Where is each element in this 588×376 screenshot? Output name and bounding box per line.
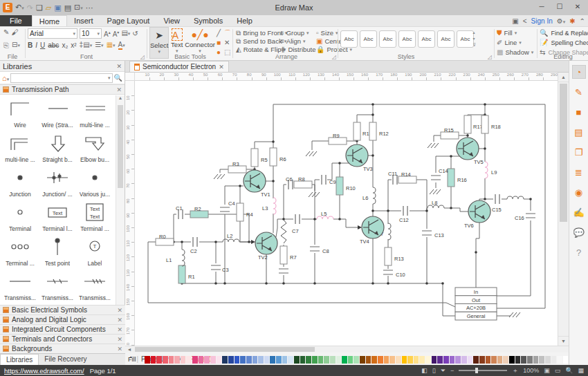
library-home-icon[interactable]: ⌂▾ bbox=[2, 74, 9, 82]
settings-gear-icon[interactable]: ⚙▾ bbox=[557, 17, 565, 25]
palette-swatch[interactable] bbox=[181, 356, 186, 364]
zoom-area-icon[interactable]: 🔍 bbox=[565, 367, 573, 374]
library-shape-terminal-ooo[interactable]: Terminal ... bbox=[1, 234, 39, 268]
palette-swatch[interactable] bbox=[186, 356, 192, 364]
library-shape-junction-various[interactable]: Various ju... bbox=[76, 164, 113, 199]
fullscreen-view-icon[interactable]: ▯ bbox=[432, 367, 436, 374]
palette-swatch[interactable] bbox=[342, 356, 347, 364]
palette-swatch[interactable] bbox=[288, 356, 293, 364]
grid-icon[interactable]: ▦ bbox=[578, 367, 584, 374]
subscript-button[interactable]: x₂ bbox=[62, 41, 68, 49]
library-shape-trans-plain[interactable]: Transmiss... bbox=[1, 268, 39, 303]
ribbon-tab-page-layout[interactable]: Page Layout bbox=[100, 15, 157, 26]
resistor-R4[interactable] bbox=[237, 203, 244, 221]
palette-swatch[interactable] bbox=[300, 356, 306, 364]
highlight-icon[interactable]: ▦▾ bbox=[107, 41, 116, 50]
format-painter-icon[interactable]: ✎ bbox=[3, 28, 9, 37]
library-group-basic-electrical-symbols[interactable]: Basic Electrical Symbols✕ bbox=[0, 305, 125, 314]
palette-swatch[interactable] bbox=[264, 356, 270, 364]
close-button[interactable]: ✕ bbox=[569, 0, 587, 14]
horizontal-scrollbar[interactable]: ◄ bbox=[125, 346, 569, 352]
font-size-select[interactable]: 10▾ bbox=[80, 28, 102, 39]
spelling-check-button[interactable]: 📝Spelling Check bbox=[540, 38, 587, 48]
rect-shape-icon[interactable]: ■ bbox=[217, 39, 221, 47]
library-group-close-icon[interactable]: ✕ bbox=[117, 326, 122, 333]
library-section-close-icon[interactable]: ✕ bbox=[116, 86, 122, 93]
panel-tab-file-recovery[interactable]: File Recovery bbox=[39, 354, 92, 365]
resistor-R10[interactable] bbox=[336, 177, 343, 195]
palette-swatch[interactable] bbox=[210, 356, 216, 364]
libraries-close-icon[interactable]: ✕ bbox=[116, 63, 122, 70]
capacitor-C7[interactable] bbox=[295, 214, 300, 224]
collapse-ribbon-icon[interactable]: ⌃ bbox=[580, 17, 585, 25]
feedback-icon[interactable]: ▣ bbox=[512, 17, 518, 25]
resistor-R16[interactable] bbox=[448, 169, 454, 187]
format-pen-icon[interactable]: ✎ bbox=[572, 85, 586, 99]
font-family-select[interactable]: Arial▾ bbox=[28, 28, 77, 39]
inductor-L3[interactable] bbox=[273, 198, 276, 214]
palette-swatch[interactable] bbox=[151, 356, 156, 364]
library-shape-terminal-2text[interactable]: TextTextTerminal ... bbox=[76, 199, 113, 234]
capacitor-C14[interactable] bbox=[431, 176, 441, 180]
bullets-icon[interactable]: ☰▾ bbox=[95, 41, 103, 50]
drawing-canvas[interactable]: R5R6R4R11R12R7R13R17R18R1R10R16R0R3R8R9R… bbox=[135, 81, 558, 346]
palette-swatch[interactable] bbox=[551, 356, 557, 364]
palette-swatch[interactable] bbox=[169, 356, 174, 364]
library-group-close-icon[interactable]: ✕ bbox=[117, 346, 122, 352]
palette-swatch[interactable] bbox=[461, 356, 467, 364]
resistor-R18[interactable] bbox=[481, 115, 488, 133]
italic-button[interactable]: I bbox=[35, 41, 37, 49]
palette-swatch[interactable] bbox=[199, 356, 204, 364]
ribbon-tab-help[interactable]: Help bbox=[230, 15, 259, 26]
resistor-R13[interactable] bbox=[385, 247, 392, 265]
palette-swatch[interactable] bbox=[192, 356, 198, 364]
capacitor-C10[interactable] bbox=[383, 270, 393, 274]
palette-swatch[interactable] bbox=[533, 356, 539, 364]
arc-shape-icon[interactable]: ⌒ bbox=[224, 29, 231, 37]
styles-expand-icon[interactable]: ⊽ bbox=[473, 42, 476, 47]
brush-icon[interactable]: 🖌 bbox=[11, 28, 18, 37]
fill-panel-icon[interactable]: ■ bbox=[572, 105, 586, 119]
styles-scroll-up-icon[interactable]: ▴ bbox=[473, 30, 476, 35]
palette-swatch[interactable] bbox=[432, 356, 437, 364]
palette-swatch[interactable] bbox=[509, 356, 515, 364]
library-shape-junction[interactable]: Junction bbox=[1, 164, 39, 199]
style-preset-7[interactable]: Abc bbox=[457, 30, 474, 48]
library-shape-multi-line-corner[interactable]: multi-line ... bbox=[1, 130, 39, 164]
inductor-[interactable] bbox=[507, 196, 524, 199]
zoom-in-button[interactable]: ＋ bbox=[512, 366, 518, 375]
resistor-R5[interactable] bbox=[251, 149, 258, 167]
fit-page-icon[interactable]: ▣ bbox=[544, 367, 550, 374]
library-shape-wire-line[interactable]: Wire (Stra... bbox=[39, 95, 76, 130]
resistor-R12[interactable] bbox=[369, 122, 376, 140]
palette-swatch[interactable] bbox=[353, 356, 359, 364]
font-color-icon[interactable]: A▾ bbox=[118, 41, 125, 50]
ribbon-tab-insert[interactable]: Insert bbox=[67, 15, 100, 26]
library-group-close-icon[interactable]: ✕ bbox=[117, 336, 122, 343]
line-button[interactable]: ✐Line▾ bbox=[497, 38, 535, 47]
palette-swatch[interactable] bbox=[246, 356, 252, 364]
document-tab-close-icon[interactable]: ✕ bbox=[219, 64, 224, 70]
palette-swatch[interactable] bbox=[318, 356, 324, 364]
edit-page-icon[interactable]: ✍ bbox=[572, 205, 586, 219]
capacitor-C15[interactable] bbox=[495, 194, 499, 204]
grow-font-icon[interactable]: A▴ bbox=[104, 28, 111, 39]
library-shape-label-t[interactable]: TLabel bbox=[76, 234, 113, 268]
paste-icon[interactable]: ⎘ bbox=[3, 41, 9, 50]
palette-swatch[interactable] bbox=[563, 356, 569, 364]
palette-swatch[interactable] bbox=[491, 356, 497, 364]
share-icon[interactable]: < bbox=[523, 17, 527, 25]
styles-dialog-launcher[interactable]: ◿ bbox=[488, 54, 492, 60]
capacitor-C3[interactable] bbox=[211, 265, 221, 270]
library-shape-bus-elbow[interactable]: Elbow bu... bbox=[76, 130, 113, 164]
palette-swatch[interactable] bbox=[497, 356, 503, 364]
palette-swatch[interactable] bbox=[366, 356, 371, 364]
capacitor-C12[interactable] bbox=[403, 206, 407, 216]
palette-swatch[interactable] bbox=[145, 356, 150, 364]
palette-swatch[interactable] bbox=[240, 356, 246, 364]
palette-swatch[interactable] bbox=[306, 356, 311, 364]
clipboard-icon[interactable]: ⊟▾ bbox=[12, 41, 20, 50]
palette-swatch[interactable] bbox=[455, 356, 461, 364]
palette-swatch[interactable] bbox=[443, 356, 449, 364]
style-preset-2[interactable]: Abc bbox=[360, 30, 377, 48]
